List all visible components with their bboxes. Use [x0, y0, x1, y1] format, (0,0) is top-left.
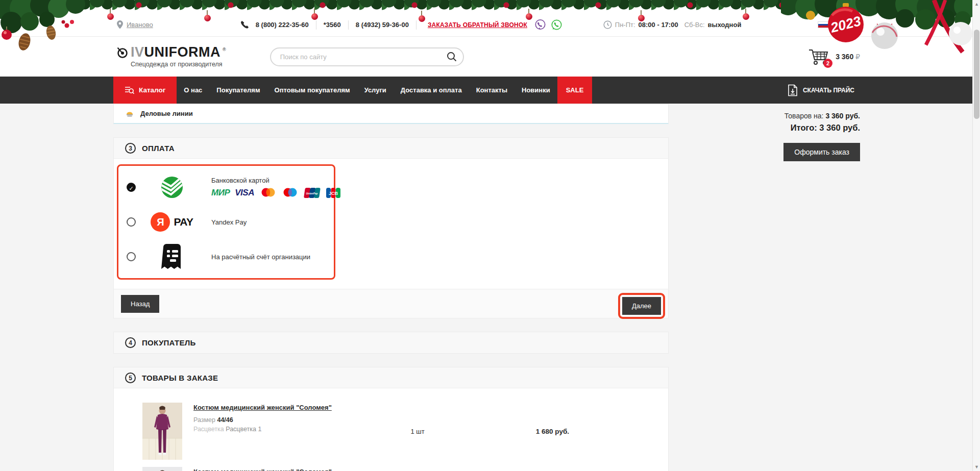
nav-item-about[interactable]: О нас [177, 77, 209, 104]
product-thumbnail[interactable] [142, 403, 182, 460]
payment-section-title: ОПЛАТА [142, 144, 175, 153]
cart-amount: 3 360 [836, 53, 853, 61]
nav-catalog-button[interactable]: Каталог [113, 77, 177, 104]
russia-flag-icon [818, 21, 829, 28]
order-items-section: 5 ТОВАРЫ В ЗАКАЗЕ Костюм медицинский жен… [113, 367, 669, 471]
phone-icon [241, 21, 249, 29]
currency-label: / RUB [832, 21, 850, 29]
radio-checked-icon[interactable]: ✓ [127, 183, 136, 192]
search-button[interactable] [447, 52, 457, 62]
product-thumbnail[interactable] [142, 467, 182, 471]
download-price-icon [788, 84, 798, 96]
radio-unchecked-icon[interactable] [127, 217, 136, 227]
cart-count-badge: 2 [823, 59, 832, 68]
city-selector[interactable]: Иваново [116, 20, 153, 29]
logo-prefix: IV [131, 44, 144, 60]
messenger-icons [534, 19, 562, 31]
working-hours: Пн-Пт: 08:00 - 17:00 Сб-Вс: выходной [603, 20, 742, 29]
download-price-button[interactable]: СКАЧАТЬ ПРАЙС [788, 77, 854, 104]
product-quantity: 1 шт [379, 428, 456, 435]
payment-option-bank-account[interactable]: На расчётный счёт организации [118, 239, 334, 274]
phones-group: 8 (800) 222-35-60 *3560 8 (4932) 59-36-0… [241, 20, 416, 30]
hours-weekend-value: выходной [708, 21, 742, 29]
payment-section-header: 3 ОПЛАТА [114, 138, 668, 159]
download-price-label: СКАЧАТЬ ПРАЙС [803, 87, 854, 94]
logo-registered-mark: ® [223, 47, 226, 52]
grand-total-value: 3 360 руб. [819, 123, 860, 132]
step-number-3: 3 [125, 143, 136, 154]
yandex-pay-text: PAY [174, 216, 193, 228]
payment-option-label: Yandex Pay [211, 218, 247, 226]
viber-icon[interactable] [534, 19, 546, 31]
main-header: IVUNIFORMA ® Спецодежда от производителя… [0, 37, 980, 77]
nav-catalog-label: Каталог [139, 86, 165, 94]
payment-option-yandex-pay[interactable]: Я PAY Yandex Pay [118, 205, 334, 239]
main-navigation: Каталог О нас Покупателям Оптовым покупа… [0, 77, 980, 104]
product-title-link[interactable]: Костюм медицинский женский "Соломея" [193, 404, 332, 411]
order-items-header: 5 ТОВАРЫ В ЗАКАЗЕ [114, 367, 668, 388]
yandex-pay-logo: Я PAY [151, 212, 193, 232]
clock-icon [603, 20, 612, 29]
payment-option-content: Банковской картой МИР VISA [211, 177, 341, 199]
checkout-button[interactable]: Оформить заказ [783, 143, 860, 161]
unionpay-logo: UnionPay [303, 187, 321, 199]
invoice-receipt-icon [161, 243, 183, 270]
nav-item-delivery[interactable]: Доставка и оплата [394, 77, 469, 104]
product-price: 1 680 руб. [462, 428, 569, 435]
checkout-content: Деловые линии 3 ОПЛАТА ✓ [0, 104, 980, 471]
payment-option-bank-card[interactable]: ✓ Банковской картой МИР VISA [118, 170, 334, 205]
site-logo[interactable]: IVUNIFORMA ® Спецодежда от производителя [116, 45, 226, 68]
whatsapp-icon[interactable] [551, 19, 562, 31]
logo-target-icon [116, 46, 129, 59]
hours-weekdays-label: Пн-Пт: [615, 21, 635, 29]
next-button[interactable]: Далее [622, 297, 661, 315]
maestro-logo [282, 187, 298, 199]
color-label: Расцветка [193, 426, 224, 433]
customer-section-header[interactable]: 4 ПОКУПАТЕЛЬ [114, 332, 668, 353]
phone-local[interactable]: 8 (4932) 59-36-00 [356, 21, 409, 29]
city-link[interactable]: Иваново [127, 21, 153, 29]
logo-main-text: UNIFORMA [144, 44, 220, 60]
customer-section: 4 ПОКУПАТЕЛЬ [113, 332, 669, 354]
phone-main[interactable]: 8 (800) 222-35-60 [256, 21, 309, 29]
items-total-label: Товаров на: [785, 112, 824, 120]
hours-weekdays-value: 08:00 - 17:00 [639, 21, 678, 29]
visa-logo: VISA [235, 188, 254, 198]
nav-item-contacts[interactable]: Контакты [469, 77, 514, 104]
site-search [270, 47, 464, 66]
search-input[interactable] [279, 53, 447, 61]
jcb-logo: JCB [326, 187, 341, 199]
page-scrollbar[interactable]: ▲ ▼ [972, 0, 980, 471]
delivery-company-logo [125, 109, 134, 118]
currency-selector[interactable]: / RUB ▼ [818, 21, 859, 29]
next-button-highlight-box: Далее [618, 293, 665, 319]
order-item-row: Костюм медицинский женский "Соломея" [114, 460, 668, 471]
delivery-option-label: Деловые линии [140, 110, 193, 117]
step-number-4: 4 [125, 337, 136, 348]
nav-item-services[interactable]: Услуги [357, 77, 394, 104]
scrollbar-thumb[interactable] [974, 30, 979, 119]
size-label: Размер [193, 416, 215, 424]
grand-total-label: Итого: [791, 123, 817, 132]
size-value: 44/46 [217, 416, 233, 424]
order-item-row: Костюм медицинский женский "Соломея" Раз… [114, 388, 668, 460]
delivery-option-delovye-linii[interactable]: Деловые линии [113, 104, 669, 124]
catalog-icon [125, 86, 134, 94]
product-title-link[interactable]: Костюм медицинский женский "Соломея" [193, 468, 332, 471]
callback-link[interactable]: ЗАКАЗАТЬ ОБРАТНЫЙ ЗВОНОК [428, 21, 527, 29]
nav-items: О нас Покупателям Оптовым покупателям Ус… [177, 77, 557, 104]
logo-tagline: Спецодежда от производителя [131, 61, 226, 68]
payment-option-label: Банковской картой [211, 177, 270, 184]
scrollbar-down-arrow[interactable]: ▼ [973, 463, 980, 471]
top-info-bar: Иваново 8 (800) 222-35-60 *3560 8 (4932)… [0, 0, 980, 37]
cart-widget[interactable]: 2 3 360 ₽ [808, 47, 860, 66]
nav-sale-button[interactable]: SALE [557, 77, 593, 104]
nav-item-buyers[interactable]: Покупателям [209, 77, 267, 104]
nav-item-wholesale[interactable]: Оптовым покупателям [267, 77, 357, 104]
radio-unchecked-icon[interactable] [127, 252, 136, 261]
phone-short[interactable]: *3560 [324, 21, 341, 29]
scrollbar-up-arrow[interactable]: ▲ [973, 0, 980, 8]
nav-item-new[interactable]: Новинки [514, 77, 557, 104]
yandex-logo-circle: Я [151, 212, 170, 232]
back-button[interactable]: Назад [121, 295, 159, 313]
